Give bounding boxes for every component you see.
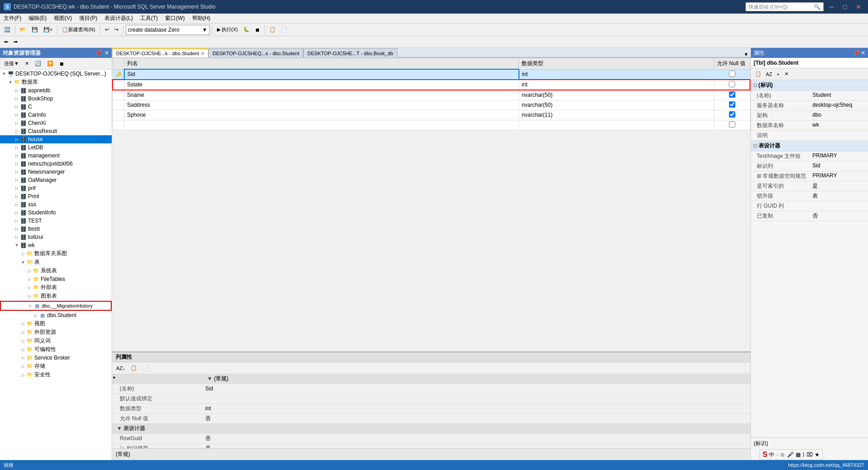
tree-db-letdb[interactable]: ▷ 🗄️ LetDB (0, 143, 112, 152)
cp-sort-az[interactable]: AZ↓ (114, 364, 127, 372)
props-sort-az[interactable]: AZ (764, 70, 774, 78)
tree-service-broker[interactable]: ▷ 📁 Service Broker (0, 354, 112, 362)
col-name-sid[interactable] (124, 69, 519, 80)
tb2-btn1[interactable]: ⬅ (2, 38, 10, 46)
props-btn4[interactable]: ✕ (782, 70, 791, 78)
tb-redo[interactable]: ↪ (112, 25, 121, 34)
databases-expand[interactable]: ▼ (7, 79, 14, 85)
oe-close-button[interactable]: ✕ (104, 50, 109, 56)
tree-db-management[interactable]: ▷ 🗄️ management (0, 152, 112, 160)
tree-db-oa[interactable]: ▷ 🗄️ OaManager (0, 176, 112, 184)
table-row[interactable]: Sname nvarchar(50) (113, 90, 750, 100)
tree-db-house[interactable]: ▷ 🗄️ house (0, 135, 112, 143)
tree-db-carinfo[interactable]: ▷ 🗄️ CarInfo (0, 111, 112, 119)
null-check-sname[interactable] (717, 91, 747, 98)
tb-save-all[interactable]: 💾+ (41, 25, 55, 34)
tree-storage[interactable]: ▷ 📁 存储 (0, 362, 112, 370)
cp-section-tabledesigner[interactable]: ▼ 表设计器 (112, 423, 750, 433)
menu-view[interactable]: 视图(V) (50, 14, 75, 23)
tb-stop[interactable]: ⏹ (253, 26, 262, 34)
tab-dropdown-button[interactable]: ▼ (744, 52, 749, 57)
tb2-btn2[interactable]: ➡ (11, 38, 20, 46)
menu-help[interactable]: 帮助(H) (189, 14, 214, 23)
tab-book-db[interactable]: DESKTOP-OJC5HE...T - dbo.Book_db (303, 48, 397, 57)
table-row[interactable]: Sstate int (113, 80, 750, 90)
menu-file[interactable]: 文件(F) (0, 14, 25, 23)
tree-wk-tables[interactable]: ▼ 📁 表 (0, 258, 112, 266)
query-dropdown[interactable]: create database Zero ▼ (126, 25, 210, 35)
tree-db-test[interactable]: ▷ 🗄️ TEST (0, 217, 112, 225)
tab-student-active[interactable]: DESKTOP-OJC5HE...k - dbo.Student ✕ (112, 48, 208, 57)
menu-table-designer[interactable]: 表设计器(L) (101, 14, 137, 23)
tree-server[interactable]: ▼ 🖥️ DESKTOP-OJC5HEQ (SQL Server...) (0, 70, 112, 78)
quick-launch[interactable]: 🔍 (745, 2, 824, 11)
col-type-sstate[interactable]: int (519, 80, 714, 90)
tree-db-ttestt[interactable]: ▷ 🗄️ ttestt (0, 225, 112, 233)
sougou-btn2[interactable]: ⟩ (802, 451, 805, 458)
tab-student-2[interactable]: DESKTOP-OJC5HEQ...s - dbo.Student (208, 48, 303, 57)
tree-db-chenxi[interactable]: ▷ 🗄️ ChenXi (0, 119, 112, 127)
tree-db-bookshop[interactable]: ▷ 🗄️ BookShop (0, 95, 112, 103)
tree-db-print[interactable]: ▷ 🗄️ Print (0, 192, 112, 200)
tree-sys-tables[interactable]: ▷ 📁 系统表 (0, 266, 112, 275)
sougou-mic[interactable]: 🎤 (787, 451, 794, 458)
oe-stop-button[interactable]: ⏹ (57, 60, 66, 68)
tb-new-query[interactable]: 📋新建查询(N) (60, 25, 97, 34)
null-check-sphone[interactable] (717, 111, 747, 118)
sougou-btn4[interactable]: ★ (815, 451, 820, 458)
table-row[interactable]: 🔑 int (113, 69, 750, 80)
props-sort-cat[interactable]: 📋 (753, 70, 764, 78)
tree-synonyms[interactable]: ▷ 📁 同义词 (0, 337, 112, 345)
tree-db-pnf[interactable]: ▷ 🗄️ pnf (0, 184, 112, 192)
aspnetdb-expand[interactable]: ▷ (14, 87, 20, 94)
tb-debug[interactable]: 🐛 (241, 25, 252, 34)
null-check-sid[interactable] (717, 71, 747, 77)
tree-db-aspnetdb[interactable]: ▷ 🗄️ aspnetdb (0, 86, 112, 95)
col-name-sphone[interactable]: Sphone (124, 110, 519, 120)
tree-db-sss[interactable]: ▷ 🗄️ sss (0, 200, 112, 209)
server-expand[interactable]: ▼ (1, 71, 7, 77)
table-row[interactable]: Saddress nvarchar(50) (113, 100, 750, 110)
col-type-sid[interactable]: int (519, 69, 714, 80)
tree-ext-tables[interactable]: ▷ 📁 外部表 (0, 283, 112, 292)
tb-paste[interactable]: 📄 (279, 25, 290, 34)
cp-btn3[interactable]: 📄 (140, 364, 151, 372)
tree-db-classresult[interactable]: ▷ 🗄️ ClassResult (0, 127, 112, 135)
tree-db-news[interactable]: ▷ 🗄️ Newsmanerger (0, 168, 112, 176)
tb-save[interactable]: 💾 (29, 25, 40, 34)
menu-edit[interactable]: 编辑(E) (25, 14, 50, 23)
tb-copy[interactable]: 📋 (267, 25, 278, 34)
tree-ext-resources[interactable]: ▷ 📁 外部资源 (0, 328, 112, 337)
dropdown-arrow[interactable]: ▼ (202, 27, 208, 33)
col-name-saddress[interactable]: Saddress (124, 100, 519, 110)
tree-file-tables[interactable]: ▷ 📁 FileTables (0, 275, 112, 283)
col-type-sphone[interactable]: nvarchar(11) (519, 110, 714, 120)
props-close-button[interactable]: ✕ (861, 50, 865, 56)
menu-window[interactable]: 窗口(W) (161, 14, 188, 23)
col-name-sname[interactable]: Sname (124, 90, 519, 100)
tb-execute[interactable]: ▶ 执行(X) (215, 25, 241, 34)
props-btn3[interactable]: + (774, 70, 782, 78)
null-check-saddress[interactable] (717, 101, 747, 108)
null-check-sstate[interactable] (717, 81, 747, 87)
col-type-saddress[interactable]: nvarchar(50) (519, 100, 714, 110)
col-name-input-sid[interactable] (127, 71, 516, 77)
oe-disconnect-button[interactable]: ✕ (23, 59, 31, 68)
oe-filter-button[interactable]: 🔽 (45, 59, 56, 68)
col-type-sname[interactable]: nvarchar(50) (519, 90, 714, 100)
menu-tools[interactable]: 工具(T) (137, 14, 161, 23)
tb-open[interactable]: 📂 (18, 25, 28, 34)
props-pin-button[interactable]: 📌 (853, 50, 860, 56)
sougou-filter-icon[interactable]: ⌧ (807, 451, 813, 458)
tree-migration-table[interactable]: ▷ ▦ dbo.__MigrationHistory (0, 301, 112, 311)
quick-launch-input[interactable] (749, 4, 812, 9)
col-name-empty[interactable] (124, 120, 519, 130)
tree-databases-folder[interactable]: ▼ 📁 数据库 (0, 78, 112, 86)
tree-db-c[interactable]: ▷ 🗄️ C (0, 103, 112, 111)
tree-db-studentinfo[interactable]: ▷ 🗄️ StudentInfo (0, 209, 112, 217)
oe-pin-button[interactable]: 📌 (95, 50, 102, 56)
tb-undo[interactable]: ↩ (103, 25, 111, 34)
tree-wk-diagram[interactable]: ▷ 📁 数据库关系图 (0, 249, 112, 258)
tree-views[interactable]: ▷ 📁 视图 (0, 319, 112, 328)
tree-db-tuilizui[interactable]: ▷ 🗄️ tuilizui (0, 233, 112, 241)
